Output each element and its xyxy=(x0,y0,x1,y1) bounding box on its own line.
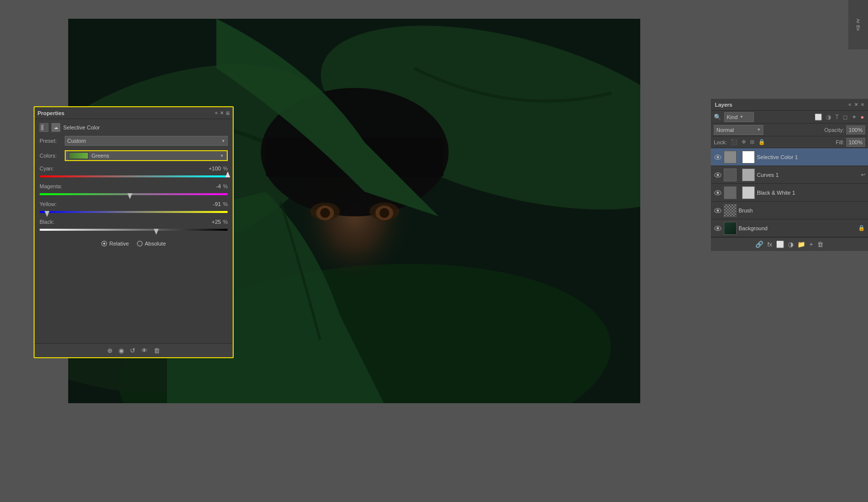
colors-dropdown[interactable]: Greens ▼ xyxy=(65,150,228,161)
type-filter-icon[interactable]: T xyxy=(834,113,839,122)
opacity-value[interactable]: 100% xyxy=(846,126,865,134)
toolbar-icon-clip[interactable]: 👁 xyxy=(141,347,148,354)
layers-delete-icon[interactable]: 🗑 xyxy=(817,241,824,248)
yellow-value-area: -91 % xyxy=(205,201,228,207)
toolbar-icon-reset[interactable]: ↺ xyxy=(130,347,135,354)
layers-close-btn[interactable]: ✕ xyxy=(854,102,858,107)
layers-link-icon[interactable]: 🔗 xyxy=(755,241,763,248)
pixel-filter-icon[interactable]: ⬜ xyxy=(814,113,823,122)
layers-controls: « ✕ ≡ xyxy=(849,102,864,107)
layer-badge-background-lock: 🔒 xyxy=(858,225,865,231)
layer-thumb-sc1-a xyxy=(724,151,737,164)
layers-lock-row: Lock: ⬛ ✥ ⊞ 🔒 Fill: 100% xyxy=(711,136,868,148)
layer-thumb-curves-b xyxy=(742,168,755,181)
preset-value: Custom xyxy=(67,138,86,144)
layer-name-selective-1: Selective Color 1 xyxy=(757,154,865,160)
colors-row: Colors: Greens ▼ xyxy=(40,150,228,161)
magenta-value: -4 xyxy=(205,183,221,189)
properties-title: Properties xyxy=(38,110,64,116)
lock-artboard-icon[interactable]: ⊞ xyxy=(749,138,755,146)
toolbar-icon-add[interactable]: ⊕ xyxy=(107,347,113,354)
layer-item-background[interactable]: Background 🔒 xyxy=(711,219,868,237)
relative-radio-circle[interactable] xyxy=(101,241,107,247)
preset-row: Preset: Custom ▼ xyxy=(40,136,228,146)
layers-new-icon[interactable]: + xyxy=(809,241,813,248)
layer-vis-bw-1[interactable] xyxy=(714,189,722,197)
magenta-value-area: -4 % xyxy=(205,183,228,189)
yellow-thumb[interactable] xyxy=(44,211,49,217)
colors-value: Greens xyxy=(91,153,109,159)
black-thumb[interactable] xyxy=(154,229,159,235)
lock-move-icon[interactable]: ✥ xyxy=(741,138,747,146)
properties-menu-btn[interactable]: ≡ xyxy=(226,110,230,117)
smart-filter-icon[interactable]: ✦ xyxy=(851,113,858,122)
layers-title: Layers xyxy=(715,102,732,108)
toolbar-icon-delete[interactable]: 🗑 xyxy=(154,347,160,354)
relative-radio-item[interactable]: Relative xyxy=(101,241,129,247)
preset-dropdown[interactable]: Custom ▼ xyxy=(65,136,228,146)
kind-filter-dropdown[interactable]: Kind ▼ xyxy=(724,112,754,122)
sc-icon-mask[interactable] xyxy=(40,123,48,132)
eye-icon-brush xyxy=(714,208,721,213)
magenta-thumb[interactable] xyxy=(127,193,132,199)
colors-label: Colors: xyxy=(40,153,62,159)
black-header: Black: +25 % xyxy=(40,219,228,225)
cyan-slider-row: Cyan: +100 % xyxy=(40,166,228,180)
black-label: Black: xyxy=(40,219,67,225)
layers-menu-btn[interactable]: ≡ xyxy=(861,102,864,107)
yellow-track xyxy=(40,211,228,213)
top-right-app-corner: Ar En xyxy=(848,0,868,49)
svg-rect-16 xyxy=(43,125,47,130)
yellow-header: Yellow: -91 % xyxy=(40,201,228,207)
properties-close-btn[interactable]: ✕ xyxy=(220,111,224,116)
magenta-header: Magenta: -4 % xyxy=(40,183,228,189)
cyan-value-area: +100 % xyxy=(205,166,228,171)
layers-collapse-btn[interactable]: « xyxy=(849,102,852,107)
layer-vis-background[interactable] xyxy=(714,224,722,232)
black-value-area: +25 % xyxy=(205,219,228,225)
layers-filter-row: 🔍 Kind ▼ ⬜ ◑ T ◻ ✦ ● xyxy=(711,111,868,124)
layer-thumb-bw-b xyxy=(742,186,755,199)
cyan-thumb[interactable] xyxy=(225,171,230,177)
layers-titlebar: Layers « ✕ ≡ xyxy=(711,99,868,111)
lock-all-icon[interactable]: 🔒 xyxy=(757,138,766,146)
black-value: +25 xyxy=(205,219,221,225)
layer-item-brush[interactable]: Brush xyxy=(711,202,868,219)
layers-mask-icon[interactable]: ⬜ xyxy=(776,241,784,248)
properties-toolbar: ⊕ ◉ ↺ 👁 🗑 xyxy=(35,343,233,357)
layers-group-icon[interactable]: 📁 xyxy=(797,241,805,248)
colors-swatch xyxy=(69,152,88,159)
properties-collapse-btn[interactable]: « xyxy=(215,111,218,116)
radio-row: Relative Absolute xyxy=(40,241,228,247)
layer-item-bw-1[interactable]: Black & White 1 xyxy=(711,184,868,202)
layer-vis-curves-1[interactable] xyxy=(714,171,722,179)
layer-vis-brush[interactable] xyxy=(714,207,722,214)
lock-icons: ⬛ ✥ ⊞ 🔒 xyxy=(730,138,766,146)
absolute-radio-circle[interactable] xyxy=(137,241,143,247)
color-filter-toggle[interactable]: ● xyxy=(860,113,865,122)
sc-icon-clip[interactable]: ☁ xyxy=(51,123,60,132)
magenta-track-container xyxy=(40,190,228,198)
layers-fx-icon[interactable]: fx xyxy=(767,241,772,248)
layer-item-selective-color-1[interactable]: Selective Color 1 xyxy=(711,148,868,166)
colors-dropdown-arrow: ▼ xyxy=(220,154,224,158)
adjustment-filter-icon[interactable]: ◑ xyxy=(825,113,832,122)
layer-item-curves-1[interactable]: Curves 1 ↩ xyxy=(711,166,868,184)
blend-mode-dropdown[interactable]: Normal ▼ xyxy=(714,125,763,135)
shape-filter-icon[interactable]: ◻ xyxy=(842,113,849,122)
layer-thumb-curves-a xyxy=(724,168,737,181)
toolbar-icon-eye[interactable]: ◉ xyxy=(119,347,124,354)
magenta-slider-row: Magenta: -4 % xyxy=(40,183,228,198)
layer-thumb-bw-a xyxy=(724,186,737,199)
absolute-radio-item[interactable]: Absolute xyxy=(137,241,166,247)
lock-pixels-icon[interactable]: ⬛ xyxy=(730,138,739,146)
layer-vis-selective-1[interactable] xyxy=(714,153,722,161)
layers-adjustment-icon[interactable]: ◑ xyxy=(788,241,793,248)
cyan-value: +100 xyxy=(205,166,221,171)
sc-header-row: ☁ Selective Color xyxy=(40,123,228,132)
black-pct: % xyxy=(223,219,228,225)
opacity-label: Opacity: xyxy=(825,127,844,133)
cyan-track xyxy=(40,175,228,177)
eye-icon-curves-1 xyxy=(714,172,721,177)
fill-value[interactable]: 100% xyxy=(846,138,865,147)
